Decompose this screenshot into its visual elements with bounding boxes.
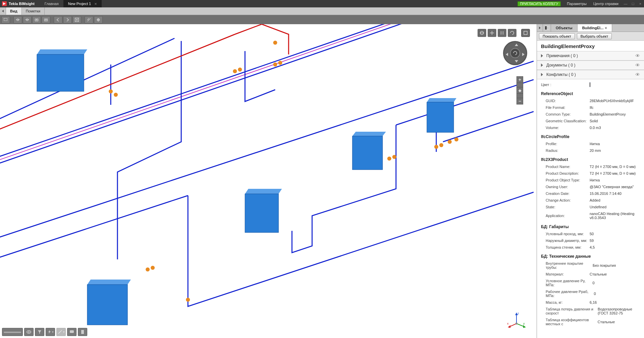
svg-rect-50 — [81, 330, 84, 334]
prop-value: BuildingElementProxy — [590, 112, 640, 116]
invite-button[interactable]: ПРИГЛАСИТЬ КОЛЛЕГУ — [517, 1, 561, 6]
radiator — [37, 49, 87, 91]
element-title: BuildingElementProxy — [537, 41, 644, 51]
flash-button[interactable]: ▾ — [46, 328, 55, 336]
svg-point-17 — [151, 266, 155, 270]
axis-gizmo[interactable]: z y x — [506, 312, 527, 329]
eye-icon[interactable]: 👁 — [635, 62, 640, 68]
markup-tool[interactable] — [94, 16, 103, 24]
nav-left-tool[interactable] — [54, 16, 62, 24]
filter-button[interactable] — [35, 328, 44, 336]
maximize-icon[interactable]: □ — [629, 2, 637, 6]
prop-value: 4,5 — [590, 245, 640, 249]
svg-marker-27 — [245, 189, 282, 194]
minimize-icon[interactable]: — — [622, 2, 629, 6]
svg-point-6 — [45, 19, 47, 20]
right-panel-toggle[interactable] — [537, 24, 543, 32]
scene-svg — [0, 24, 537, 330]
visibility-tool-1[interactable] — [13, 16, 22, 24]
close-window-icon[interactable]: × — [637, 2, 644, 6]
tab-close-icon[interactable]: × — [605, 26, 607, 30]
prop-value: Нитка — [590, 142, 640, 146]
select-object-button[interactable]: Выбрать объект — [577, 33, 612, 39]
eye-icon[interactable]: 👁 — [635, 72, 640, 77]
main-area: + ◆ − z y x ▾ ▾ — [0, 24, 644, 338]
toolbar — [0, 15, 644, 24]
prop-value: Added — [590, 198, 640, 202]
orbit-icon[interactable] — [478, 29, 486, 37]
markup-tab[interactable]: Пометки — [22, 7, 45, 15]
objects-tab[interactable]: Объекты — [551, 24, 578, 32]
svg-point-13 — [273, 62, 277, 67]
prop-value: 50 — [590, 232, 640, 236]
nav-right-tool[interactable] — [63, 16, 72, 24]
eye-button[interactable] — [24, 328, 34, 336]
visibility-tool-3[interactable] — [32, 16, 41, 24]
visibility-tool-2[interactable] — [23, 16, 32, 24]
left-panel-toggle[interactable] — [0, 7, 6, 15]
svg-point-20 — [392, 155, 396, 159]
select-tool[interactable] — [1, 16, 10, 24]
menu-params[interactable]: Параметры — [563, 2, 590, 6]
svg-rect-36 — [524, 31, 527, 35]
right-panel: Объекты BuildingEl...× Показать объект В… — [537, 24, 644, 338]
prop-label: State: — [546, 205, 555, 209]
prop-value: 59 — [590, 239, 640, 243]
zoom-in-button[interactable]: + — [516, 76, 523, 83]
pan-icon[interactable] — [488, 29, 496, 37]
fullscreen-icon[interactable] — [521, 29, 530, 37]
nav-wheel[interactable] — [503, 41, 527, 65]
element-tab[interactable]: BuildingEl...× — [578, 24, 612, 32]
3d-viewport[interactable]: + ◆ − z y x ▾ ▾ — [0, 24, 537, 338]
zoom-out-button[interactable]: − — [516, 98, 523, 104]
color-swatch[interactable] — [590, 82, 590, 87]
prop-label: Volume: — [546, 126, 559, 130]
zoom-icon[interactable] — [498, 29, 506, 37]
close-icon[interactable]: × — [94, 1, 97, 6]
opacity-slider[interactable] — [2, 328, 23, 336]
prop-value: 20 mm — [590, 149, 640, 153]
prop-value: Undefined — [590, 205, 640, 209]
prop-label: Материал: — [546, 272, 564, 276]
tab-home-label: Главная — [45, 2, 59, 6]
svg-marker-44 — [508, 325, 510, 328]
eye-icon[interactable]: 👁 — [635, 53, 640, 58]
prop-label: Change Action: — [546, 198, 571, 202]
prop-label: Таблица потерь давления и скорост — [546, 307, 598, 315]
svg-point-15 — [273, 41, 277, 45]
menubar: Вид Пометки — [0, 7, 644, 15]
acc-docs[interactable]: Документы ( 0 )👁 — [537, 60, 644, 70]
svg-rect-28 — [245, 194, 279, 233]
visibility-tool-4[interactable] — [42, 16, 50, 24]
menu-help[interactable]: Центр справки — [590, 2, 622, 6]
show-object-button[interactable]: Показать объект — [539, 33, 575, 39]
measure-tool[interactable] — [85, 16, 93, 24]
rotate-icon[interactable] — [508, 29, 516, 37]
doc-button[interactable] — [78, 328, 87, 336]
fit-tool[interactable] — [72, 16, 81, 24]
section-product: Ifc2X3Product — [541, 154, 640, 163]
view-tab[interactable]: Вид — [6, 7, 22, 15]
prop-label: Условное давление Ру, МПа: — [546, 279, 592, 287]
section-button[interactable]: ▾ — [56, 328, 66, 336]
prop-value: Ifc — [590, 105, 640, 110]
section-dims: БД: Габариты — [541, 221, 640, 230]
prop-label: Owning User: — [546, 185, 568, 189]
svg-rect-49 — [70, 330, 74, 333]
panel-icon[interactable] — [543, 24, 551, 32]
acc-notes[interactable]: Примечания ( 0 )👁 — [537, 51, 644, 60]
acc-conflicts[interactable]: Конфликты ( 0 )👁 — [537, 70, 644, 79]
prop-value: Нитка — [590, 178, 640, 182]
comment-button[interactable] — [67, 328, 77, 336]
prop-value: Без покрытия — [593, 263, 640, 267]
section-reference: ReferenceObject — [541, 88, 640, 97]
svg-point-18 — [186, 298, 190, 302]
zoom-column: + ◆ − — [516, 76, 523, 104]
tab-home[interactable]: Главная — [40, 0, 63, 7]
tab-project[interactable]: New Project 1 × — [63, 0, 102, 7]
zoom-mid-button[interactable]: ◆ — [516, 87, 523, 94]
svg-rect-52 — [545, 26, 547, 30]
section-circle: IfcCircleProfile — [541, 131, 640, 140]
app-name: Tekla BIMsight — [9, 2, 40, 6]
prop-value: Стальные — [590, 272, 640, 276]
